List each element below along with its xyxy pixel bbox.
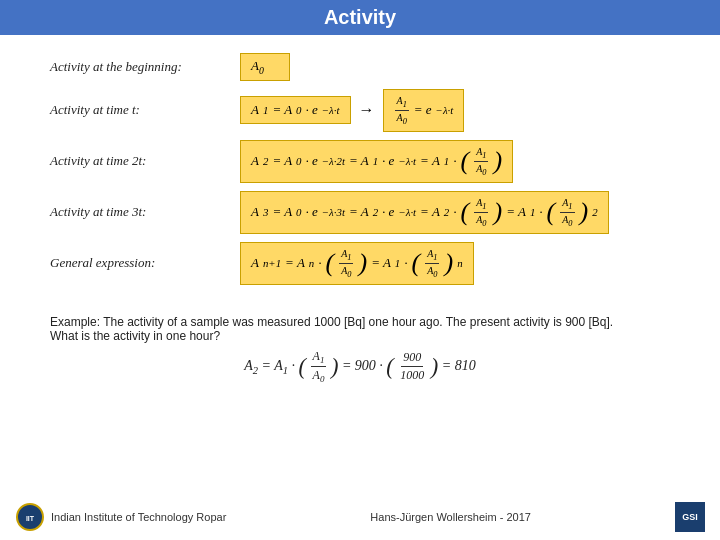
label-time-2t: Activity at time 2t: (50, 153, 240, 169)
example-section: Example: The activity of a sample was me… (0, 315, 720, 385)
main-content: Activity at the beginning: A0 Activity a… (0, 35, 720, 303)
formula-time-3t: A3 = A0 · e−λ·3t = A2 · e−λ·t = A2 · ( A… (240, 191, 609, 234)
arrow-icon: → (359, 101, 375, 119)
institution-label: Indian Institute of Technology Ropar (51, 511, 226, 523)
formula-time-t-alt: A1A0 = e−λ·t (383, 89, 465, 132)
formula-time-2t: A2 = A0 · e−λ·2t = A1 · e−λ·t = A1 · ( A… (240, 140, 513, 183)
formula-time-t: A1 = A0 · e−λ·t (240, 96, 351, 124)
row-beginning: Activity at the beginning: A0 (50, 53, 670, 81)
label-general: General expression: (50, 255, 240, 271)
formula-general: An+1 = An · ( A1A0 ) = A1 · ( A1A0 )n (240, 242, 474, 285)
row-general: General expression: An+1 = An · ( A1A0 )… (50, 242, 670, 285)
author-label: Hans-Jürgen Wollersheim - 2017 (370, 511, 531, 523)
iit-logo-icon: IIT (15, 502, 45, 532)
gsi-logo-icon: GSI (675, 502, 705, 532)
label-time-t: Activity at time t: (50, 102, 240, 118)
footer-left: IIT Indian Institute of Technology Ropar (15, 502, 226, 532)
page-header: Activity (0, 0, 720, 35)
footer: IIT Indian Institute of Technology Ropar… (0, 502, 720, 532)
label-beginning: Activity at the beginning: (50, 59, 240, 75)
page-title: Activity (324, 6, 396, 28)
formula-beginning: A0 (240, 53, 290, 81)
row-time-t: Activity at time t: A1 = A0 · e−λ·t → A1… (50, 89, 670, 132)
svg-text:IIT: IIT (26, 515, 35, 522)
example-formula: A2 = A1 · ( A1A0 ) = 900 · ( 9001000 ) =… (50, 349, 670, 385)
example-text: Example: The activity of a sample was me… (50, 315, 670, 343)
label-time-3t: Activity at time 3t: (50, 204, 240, 220)
row-time-3t: Activity at time 3t: A3 = A0 · e−λ·3t = … (50, 191, 670, 234)
row-time-2t: Activity at time 2t: A2 = A0 · e−λ·2t = … (50, 140, 670, 183)
